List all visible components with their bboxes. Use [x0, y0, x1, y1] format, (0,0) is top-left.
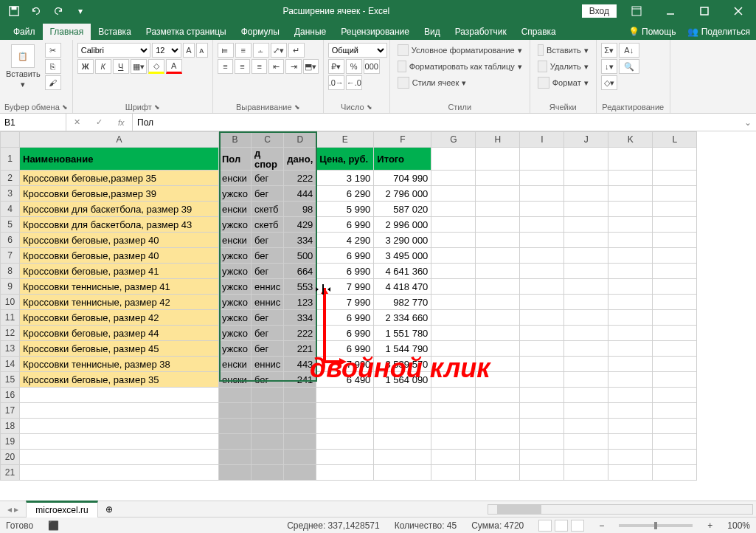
cell[interactable]: 6 290 — [316, 186, 374, 202]
align-middle-icon[interactable]: ≡ — [235, 43, 252, 58]
row-header-10[interactable]: 10 — [1, 295, 20, 310]
wrap-text-icon[interactable]: ↵ — [288, 43, 305, 58]
zoom-level[interactable]: 100% — [727, 520, 750, 531]
cell[interactable]: енски — [219, 372, 252, 388]
cell[interactable]: ужско — [219, 326, 252, 341]
cell[interactable]: 221 — [284, 341, 316, 357]
cell[interactable]: ужско — [219, 295, 252, 310]
align-left-icon[interactable]: ≡ — [218, 59, 233, 74]
format-painter-icon[interactable]: 🖌 — [45, 75, 61, 90]
cell[interactable]: бег — [252, 186, 284, 202]
increase-indent-icon[interactable]: ⇥ — [285, 59, 301, 74]
tab-7[interactable]: Вид — [417, 24, 448, 40]
cell[interactable]: бег — [252, 171, 284, 186]
row-header-7[interactable]: 7 — [1, 248, 20, 264]
cell[interactable]: 443 — [284, 357, 316, 372]
cell[interactable]: ужско — [219, 186, 252, 202]
col-header-B[interactable]: B — [219, 132, 252, 148]
cell[interactable]: Кроссовки беговые,размер 35 — [20, 171, 219, 186]
cell[interactable]: Кроссовки теннисные, размер 42 — [20, 295, 219, 310]
expand-formula-icon[interactable]: ⌄ — [740, 117, 756, 128]
find-icon[interactable]: 🔍 — [619, 59, 639, 74]
tab-8[interactable]: Разработчик — [448, 24, 514, 40]
col-header-I[interactable]: I — [520, 132, 564, 148]
cell[interactable]: енски — [219, 171, 252, 186]
orientation-icon[interactable]: ⤢▾ — [271, 43, 287, 58]
row-header-21[interactable]: 21 — [1, 465, 20, 481]
header-cell[interactable]: Итого — [374, 148, 431, 171]
col-header-F[interactable]: F — [374, 132, 431, 148]
sheet-nav[interactable]: ◂ ▸ — [0, 504, 26, 515]
copy-icon[interactable]: ⎘ — [45, 59, 61, 74]
cell[interactable]: еннис — [252, 357, 284, 372]
row-header-15[interactable]: 15 — [1, 372, 20, 388]
save-icon[interactable] — [4, 1, 24, 21]
page-layout-view-icon[interactable] — [555, 520, 568, 532]
row-header-20[interactable]: 20 — [1, 450, 20, 465]
tab-5[interactable]: Данные — [287, 24, 333, 40]
normal-view-icon[interactable] — [538, 520, 552, 532]
cell[interactable]: 429 — [284, 217, 316, 233]
ribbon-options-icon[interactable] — [623, 1, 651, 21]
merge-icon[interactable]: ⬒▾ — [303, 59, 319, 74]
clipboard-launcher-icon[interactable]: ⬊ — [62, 103, 68, 111]
cell[interactable]: 4 418 470 — [374, 279, 431, 295]
cell[interactable]: 3 290 000 — [374, 233, 431, 248]
tab-3[interactable]: Разметка страницы — [139, 24, 234, 40]
share-button[interactable]: 👥 Поделиться — [682, 24, 756, 40]
row-header-18[interactable]: 18 — [1, 419, 20, 434]
cell[interactable]: скетб — [252, 217, 284, 233]
row-header-2[interactable]: 2 — [1, 171, 20, 186]
cell[interactable]: скетб — [252, 202, 284, 217]
cell[interactable]: 334 — [284, 233, 316, 248]
number-format-select[interactable]: Общий — [328, 43, 387, 58]
decrease-indent-icon[interactable]: ⇤ — [268, 59, 284, 74]
zoom-in-icon[interactable]: + — [707, 520, 712, 531]
row-header-4[interactable]: 4 — [1, 202, 20, 217]
maximize-icon[interactable] — [690, 1, 718, 21]
cell[interactable]: 2 996 000 — [374, 217, 431, 233]
page-break-view-icon[interactable] — [571, 520, 584, 532]
cell[interactable]: 6 990 — [316, 341, 374, 357]
fill-color-icon[interactable]: ◇ — [148, 59, 164, 74]
cell[interactable]: ужско — [219, 248, 252, 264]
cell[interactable]: бег — [252, 341, 284, 357]
zoom-slider[interactable] — [619, 524, 693, 527]
col-header-A[interactable]: A — [20, 132, 219, 148]
tab-6[interactable]: Рецензирование — [333, 24, 417, 40]
cell[interactable]: бег — [252, 310, 284, 326]
cell[interactable]: Кроссовки теннисные, размер 38 — [20, 357, 219, 372]
conditional-format-button[interactable]: Условное форматирование▾ — [395, 43, 525, 58]
italic-button[interactable]: К — [95, 59, 111, 74]
cell[interactable]: енски — [219, 233, 252, 248]
tab-4[interactable]: Формулы — [234, 24, 287, 40]
row-header-19[interactable]: 19 — [1, 434, 20, 450]
cell[interactable]: бег — [252, 372, 284, 388]
format-cells-button[interactable]: Формат▾ — [535, 75, 592, 90]
cell[interactable]: 6 990 — [316, 326, 374, 341]
row-header-12[interactable]: 12 — [1, 326, 20, 341]
cell[interactable]: 6 990 — [316, 217, 374, 233]
align-top-icon[interactable]: ⫢ — [218, 43, 234, 58]
row-header-13[interactable]: 13 — [1, 341, 20, 357]
cell[interactable]: Кроссовки для баскетбола, размер 39 — [20, 202, 219, 217]
minimize-icon[interactable] — [656, 1, 684, 21]
header-cell[interactable]: Цена, руб. — [316, 148, 374, 171]
header-cell[interactable]: д спор — [252, 148, 284, 171]
cell[interactable]: 2 334 660 — [374, 310, 431, 326]
cell[interactable]: 6 490 — [316, 372, 374, 388]
cell[interactable]: 1 544 790 — [374, 341, 431, 357]
insert-cells-button[interactable]: Вставить▾ — [535, 43, 592, 58]
col-header-D[interactable]: D — [284, 132, 316, 148]
header-cell[interactable]: дано, — [284, 148, 316, 171]
close-icon[interactable] — [724, 1, 752, 21]
cell[interactable]: 7 990 — [316, 295, 374, 310]
cell[interactable]: бег — [252, 326, 284, 341]
cell[interactable]: 3 495 000 — [374, 248, 431, 264]
bold-button[interactable]: Ж — [77, 59, 94, 74]
paste-button[interactable]: 📋 Вставить ▾ — [4, 43, 42, 103]
formula-input[interactable]: Пол — [133, 116, 740, 129]
undo-icon[interactable] — [26, 1, 46, 21]
row-header-9[interactable]: 9 — [1, 279, 20, 295]
align-center-icon[interactable]: ≡ — [235, 59, 250, 74]
